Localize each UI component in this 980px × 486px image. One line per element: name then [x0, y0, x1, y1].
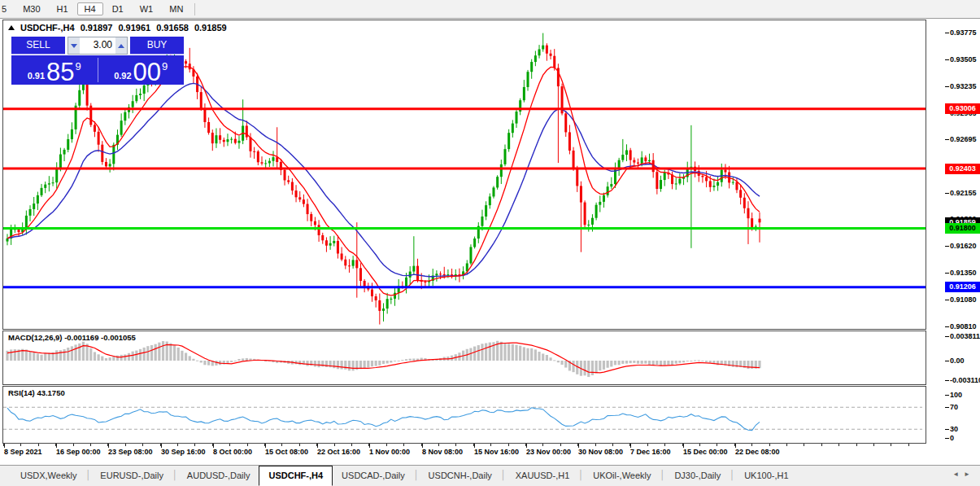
tab-separator: │	[730, 466, 735, 486]
time-tick-minor	[281, 444, 282, 446]
time-axis-label: 22 Dec 08:00	[735, 448, 780, 456]
time-tick-minor	[612, 444, 613, 446]
timeframe-h1[interactable]: H1	[50, 2, 76, 15]
timeframe-m30[interactable]: M30	[15, 2, 47, 15]
tab-separator: │	[172, 466, 178, 486]
time-axis-label: 8 Oct 00:00	[213, 448, 252, 456]
axis-tick-mark	[945, 438, 949, 439]
time-tick-minor	[751, 444, 752, 446]
timeframe-toolbar: 5M30H1H4D1W1MN	[0, 0, 980, 19]
triangle-up-icon	[118, 44, 124, 48]
chart-title: USDCHF-,H4 0.91897 0.91961 0.91658 0.918…	[8, 23, 227, 33]
timeframe-5[interactable]: 5	[0, 2, 14, 15]
timeframe-h4[interactable]: H4	[77, 2, 103, 15]
price-axis-tick: 0.91350	[950, 269, 977, 277]
chart-tab-ukoil-weekly[interactable]: UKOil-,Weekly	[584, 466, 660, 486]
axis-tick-mark	[945, 33, 949, 33]
tab-separator: │	[578, 466, 584, 486]
slow-ma-line	[7, 83, 760, 276]
time-tick-minor	[438, 444, 439, 446]
tab-scroll-right-icon: ►	[964, 471, 975, 478]
collapse-triangle-icon[interactable]	[8, 25, 15, 30]
sell-price-big: 85	[46, 62, 74, 83]
axis-tick-mark	[945, 380, 949, 381]
price-line-label: 0.93006	[945, 103, 980, 114]
price-axis-tick: 0.93505	[950, 55, 977, 63]
time-axis-label: 23 Sep 08:00	[108, 448, 153, 456]
time-tick-minor	[508, 444, 509, 446]
time-tick-minor	[490, 444, 491, 446]
time-tick-minor	[38, 444, 39, 446]
mt4-window: 5M30H1H4D1W1MN USDCHF-,H4 0.91897 0.9196…	[0, 0, 980, 486]
tab-scroll-arrows[interactable]: ◄►	[952, 471, 975, 478]
sell-button[interactable]: SELL	[11, 37, 65, 55]
chart-tab-uk100-h1[interactable]: UK100-,H1	[735, 466, 797, 486]
buy-price-small: 0.92	[114, 71, 131, 81]
price-axis-tick: 0.91080	[950, 296, 977, 304]
timeframe-w1[interactable]: W1	[133, 2, 161, 15]
macd-canvas[interactable]	[3, 331, 926, 384]
macd-axis-tick: 0.00	[950, 357, 965, 365]
chart-tab-usdx-weekly[interactable]: USDX,Weekly	[11, 466, 85, 486]
rsi-canvas[interactable]	[3, 387, 926, 443]
sell-price[interactable]: 0.91 85 9	[11, 60, 98, 85]
time-tick-minor	[351, 444, 352, 446]
macd-axis-tick: 0.003811	[950, 332, 980, 340]
one-click-trading-panel: SELL 3.00 BUY 0.91 85 9 0.92 00	[11, 37, 184, 85]
buy-price[interactable]: 0.92 00 9	[98, 60, 185, 85]
ohlc-close: 0.91859	[194, 23, 227, 33]
time-tick-minor	[838, 444, 839, 446]
timeframe-mn[interactable]: MN	[162, 2, 190, 15]
time-tick-minor	[908, 444, 909, 446]
price-axis-tick: 0.93235	[950, 82, 977, 90]
tab-separator: │	[85, 466, 91, 486]
time-tick-minor	[247, 444, 248, 446]
time-tick-minor	[386, 444, 387, 446]
axis-tick-mark	[945, 273, 949, 274]
tab-separator: │	[501, 466, 507, 486]
chart-tab-usdcad-daily[interactable]: USDCAD-,Daily	[333, 466, 414, 486]
time-tick-minor	[90, 444, 91, 446]
chart-tab-usdchf-h4[interactable]: USDCHF-,H4	[259, 466, 333, 486]
time-tick-minor	[647, 444, 648, 446]
chart-tab-usdcnh-daily[interactable]: USDCNH-,Daily	[420, 466, 501, 486]
rsi-axis-tick: 30	[950, 425, 958, 433]
time-axis-label: 22 Oct 16:00	[317, 448, 360, 456]
chart-tab-xauusd-h1[interactable]: XAUUSD-,H1	[507, 466, 579, 486]
time-axis-label: 30 Nov 08:00	[578, 448, 623, 456]
axis-tick-mark	[945, 429, 949, 430]
axis-tick-mark	[945, 395, 949, 396]
time-axis-label: 8 Nov 08:00	[422, 448, 463, 456]
sell-price-sup: 9	[76, 60, 81, 72]
time-tick-minor	[560, 444, 561, 446]
axis-tick-mark	[945, 407, 949, 408]
buy-button[interactable]: BUY	[130, 37, 184, 55]
time-tick-minor	[194, 444, 195, 446]
axis-tick-mark	[945, 300, 949, 300]
rsi-axis-tick: 0	[950, 434, 954, 442]
time-axis-label: 30 Sep 16:00	[161, 448, 206, 456]
time-axis-label: 8 Sep 2021	[4, 448, 42, 456]
timeframe-d1[interactable]: D1	[105, 2, 131, 15]
price-axis-tick: 0.93775	[950, 28, 977, 37]
rsi-label: RSI(14) 43.1750	[8, 388, 65, 397]
chart-tab-eurusd-daily[interactable]: EURUSD-,Daily	[91, 466, 172, 486]
time-axis-label: 15 Oct 08:00	[265, 448, 308, 456]
axis-tick-mark	[945, 361, 949, 361]
toolbar-separator	[194, 3, 195, 15]
time-tick-minor	[664, 444, 665, 446]
chart-tab-bar: USDX,Weekly│EURUSD-,Daily│AUDUSD-,DailyU…	[0, 465, 980, 486]
volume-input[interactable]: 3.00	[80, 37, 115, 54]
time-tick-minor	[595, 444, 596, 446]
price-line-label: 0.91206	[945, 282, 980, 292]
volume-decrease-button[interactable]	[68, 37, 80, 54]
volume-increase-button[interactable]	[115, 37, 127, 54]
time-tick-minor	[73, 444, 74, 446]
chart-tab-dj30-daily[interactable]: DJ30-,Daily	[665, 466, 730, 486]
price-axis-tick: 0.90810	[950, 322, 977, 331]
ohlc-high: 0.91961	[118, 23, 150, 33]
time-tick-minor	[891, 444, 891, 446]
macd-axis-tick: -0.003110	[950, 376, 980, 384]
tab-separator: │	[414, 466, 420, 486]
chart-tab-audusd-daily[interactable]: AUDUSD-,Daily	[178, 466, 259, 486]
